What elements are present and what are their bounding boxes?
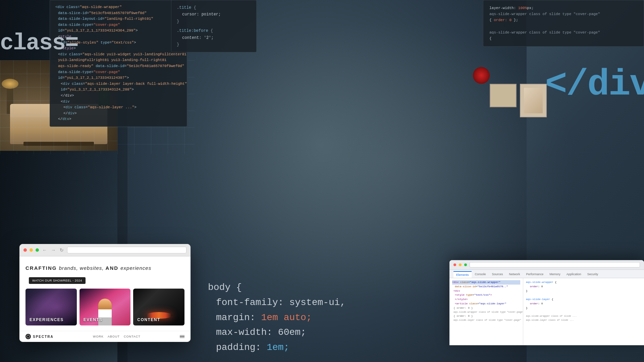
devtools-minimize-dot[interactable] — [459, 263, 462, 266]
wall-art-1 — [490, 84, 517, 107]
site-headline-row: CRAFTING brands, websites, AND experienc… — [25, 264, 184, 284]
browser-maximize-dot[interactable] — [36, 248, 39, 252]
site-nav: WORK ABOUT CONTACT — [93, 335, 141, 338]
tab-network[interactable]: Network — [506, 271, 523, 278]
class-equals-code-text: class= — [0, 30, 78, 56]
site-logo-text: SPECTRA — [33, 335, 54, 339]
tab-application[interactable]: Application — [564, 271, 584, 278]
browser-reload-button[interactable]: ↻ — [59, 247, 64, 253]
site-nav-work[interactable]: WORK — [93, 335, 104, 338]
devtools-panel: Elements Console Sources Network Perform… — [449, 260, 644, 345]
css-body-selector: body { — [208, 280, 362, 295]
card-label-experiences: EXPERIENCES — [30, 317, 64, 322]
browser-content-area: CRAFTING brands, websites, AND experienc… — [19, 256, 191, 331]
tab-elements[interactable]: Elements — [453, 271, 472, 278]
devtools-css-panel: aqs-slide-wrapper { order: 0 } aqs-slide… — [523, 278, 644, 345]
code-panel-topcenter: .title { cursor: pointer; } .title:befor… — [171, 0, 257, 52]
site-cards-row: EXPERIENCES EVENTS CONTENT — [25, 289, 184, 325]
tab-performance[interactable]: Performance — [524, 271, 546, 278]
browser-address-bar[interactable] — [67, 247, 186, 253]
code-panel-topleft: <div class="aqs-slide-wrapper" data-slic… — [50, 0, 187, 127]
watch-showreel-button[interactable]: WATCH OUR SHOWREEL - 2024 — [29, 277, 86, 284]
browser-back-button[interactable]: ← — [42, 247, 48, 253]
site-card-events[interactable]: EVENTS — [79, 289, 131, 325]
devtools-maximize-dot[interactable] — [464, 263, 467, 266]
tab-security[interactable]: Security — [585, 271, 601, 278]
site-nav-contact[interactable]: CONTACT — [124, 335, 141, 338]
site-headline: CRAFTING brands, websites, AND experienc… — [25, 264, 151, 272]
site-logo-icon — [25, 334, 31, 339]
tab-sources[interactable]: Sources — [489, 271, 506, 278]
devtools-close-dot[interactable] — [453, 263, 456, 266]
site-nav-about[interactable]: ABOUT — [108, 335, 120, 338]
devtools-header — [449, 260, 644, 270]
hamburger-menu-icon[interactable] — [180, 335, 184, 338]
browser-close-dot[interactable] — [23, 248, 27, 252]
site-footer: SPECTRA WORK ABOUT CONTACT — [19, 331, 191, 342]
devtools-body: <div class="aqs-slide-wrapper" data-slic… — [449, 278, 644, 345]
room-table — [23, 142, 94, 146]
red-circle-decoration — [473, 67, 490, 84]
css-code-bottom-center: body { font-family: system-ui, margin: 1… — [201, 274, 369, 362]
browser-toolbar: ← → ↻ — [19, 244, 191, 256]
site-card-experiences[interactable]: EXPERIENCES — [25, 289, 77, 325]
closing-div-text: </div — [545, 64, 644, 106]
browser-forward-button[interactable]: → — [50, 247, 56, 253]
browser-mockup[interactable]: ← → ↻ CRAFTING brands, websites, AND exp… — [19, 244, 191, 342]
tab-memory[interactable]: Memory — [547, 271, 563, 278]
wall-art-2 — [520, 84, 547, 117]
devtools-tabs: Elements Console Sources Network Perform… — [449, 270, 644, 278]
browser-minimize-dot[interactable] — [30, 248, 33, 252]
tab-console[interactable]: Console — [472, 271, 489, 278]
card-label-events: EVENTS — [84, 317, 103, 322]
site-card-content[interactable]: CONTENT — [133, 289, 184, 325]
devtools-html-panel: <div class="aqs-slide-wrapper" data-slic… — [449, 278, 523, 345]
devtools-address-bar[interactable] — [470, 262, 640, 267]
code-panel-topright: layer-width: 100%px; aqs-slide-wrapper c… — [483, 0, 644, 47]
site-logo: SPECTRA — [25, 334, 54, 339]
card-label-content: CONTENT — [137, 317, 160, 322]
